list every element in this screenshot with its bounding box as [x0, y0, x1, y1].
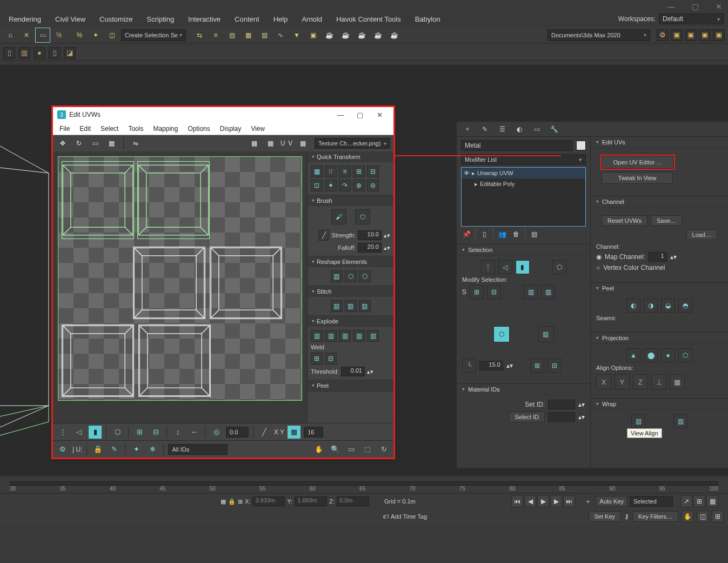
autokey-button[interactable]: Auto Key: [596, 496, 627, 507]
select-id-value[interactable]: [548, 412, 575, 422]
t2-1-icon[interactable]: ▯: [3, 47, 15, 59]
menu-content[interactable]: Content: [235, 15, 259, 23]
subobj-vertex-icon[interactable]: ⋮: [56, 426, 69, 439]
subobj-edge-icon[interactable]: ◁: [72, 426, 85, 439]
panel-material-ids[interactable]: Material IDs: [457, 384, 590, 395]
teapot1-icon[interactable]: ☕: [322, 28, 336, 42]
percent-icon[interactable]: %: [72, 28, 86, 42]
uvw-menu-tools[interactable]: Tools: [124, 125, 148, 133]
ids-dropdown[interactable]: All IDs: [168, 444, 228, 455]
wrap1-icon[interactable]: ▥: [631, 414, 645, 428]
goto-end-icon[interactable]: ⏭: [563, 495, 575, 507]
timeline[interactable]: 3035404550556065707580859095100: [0, 478, 728, 492]
move-icon[interactable]: ✥: [56, 137, 69, 150]
uvw-menu-select[interactable]: Select: [96, 125, 123, 133]
make-unique-icon[interactable]: 👥: [497, 229, 507, 240]
brush2-icon[interactable]: ✎: [108, 443, 121, 456]
config-icon[interactable]: ▤: [529, 229, 539, 240]
soft-value[interactable]: 0.0: [226, 427, 249, 438]
tab-hierarchy-icon[interactable]: ☰: [496, 123, 509, 136]
y-value[interactable]: 1.669m: [295, 496, 327, 506]
expand1-icon[interactable]: ⊞: [530, 359, 544, 373]
snap2-icon[interactable]: ❄: [146, 443, 159, 456]
qt10-icon[interactable]: ⊖: [367, 180, 379, 191]
roll-explode[interactable]: Explode: [308, 316, 393, 327]
ring-icon[interactable]: ↔: [188, 426, 201, 439]
vertex-color-label[interactable]: Vertex Color Channel: [603, 264, 665, 271]
map-channel-label[interactable]: Map Channel:: [605, 253, 645, 261]
ex5-icon[interactable]: ▥: [367, 330, 379, 342]
brush-icon[interactable]: ╱: [258, 426, 271, 439]
menu-customize[interactable]: Customize: [99, 15, 132, 23]
weld2-icon[interactable]: ⊟: [325, 353, 337, 365]
panel-channel[interactable]: Channel: [591, 196, 728, 208]
grid-icon[interactable]: ▦: [288, 426, 300, 439]
re3-icon[interactable]: ⬡: [359, 270, 371, 282]
layers-icon[interactable]: ▤: [225, 28, 239, 42]
menu-interactive[interactable]: Interactive: [188, 15, 221, 23]
proj-cyl-icon[interactable]: ⬤: [644, 348, 658, 362]
axis-icon[interactable]: ✦: [89, 28, 103, 42]
uvw-close-icon[interactable]: ✕: [370, 111, 389, 119]
folder4-icon[interactable]: ▣: [713, 29, 725, 41]
win-max-icon[interactable]: ▢: [689, 2, 701, 11]
sel-planar-icon[interactable]: ▥: [538, 326, 554, 342]
uvw-menu-display[interactable]: Display: [216, 125, 245, 133]
menu-arnold[interactable]: Arnold: [302, 15, 322, 23]
panel-edit-uvs[interactable]: Edit UVs: [591, 137, 728, 148]
ms3-icon[interactable]: ▥: [524, 285, 538, 299]
uvw-menu-edit[interactable]: Edit: [75, 125, 95, 133]
ms4-icon[interactable]: ▥: [541, 285, 555, 299]
keymode-dropdown[interactable]: Selected: [630, 496, 673, 507]
uvw-menu-options[interactable]: Options: [183, 125, 214, 133]
roll-stitch[interactable]: Stitch: [308, 286, 393, 297]
qt9-icon[interactable]: ⊕: [353, 180, 365, 191]
zoom-extents-icon[interactable]: ⬚: [361, 443, 374, 456]
refresh-icon[interactable]: ↻: [377, 443, 390, 456]
prev-frame-icon[interactable]: ◀: [524, 495, 536, 507]
qt2-icon[interactable]: ⁝⁝: [325, 165, 337, 177]
angle-icon[interactable]: └: [462, 359, 476, 373]
soft-icon[interactable]: ◎: [210, 426, 223, 439]
folder2-icon[interactable]: ▣: [685, 29, 697, 41]
set-id-value[interactable]: [548, 400, 575, 409]
folder1-icon[interactable]: ▣: [671, 29, 683, 41]
sel-element-icon[interactable]: ⬡: [493, 326, 510, 342]
goto-start-icon[interactable]: ⏮: [511, 495, 523, 507]
map-channel-value[interactable]: 1: [649, 252, 667, 262]
panel-projection[interactable]: Projection: [591, 333, 728, 344]
uvw-view[interactable]: [53, 151, 307, 423]
save-uvws-button[interactable]: Save…: [651, 215, 682, 226]
loop-icon[interactable]: ↕: [171, 426, 184, 439]
sel-vertex-icon[interactable]: ⋮: [481, 260, 495, 274]
stack-editable-poly[interactable]: Editable Poly: [480, 181, 515, 187]
teapot5-icon[interactable]: ☕: [387, 28, 401, 42]
align-y-button[interactable]: Y: [615, 374, 630, 389]
roll-quick-transform[interactable]: Quick Transform: [308, 151, 393, 162]
checker1-icon[interactable]: ▩: [248, 137, 261, 150]
material-icon[interactable]: ▧: [257, 28, 271, 42]
pin-icon[interactable]: 📌: [461, 229, 472, 240]
shrink-icon[interactable]: ⊟: [149, 426, 162, 439]
nav2-icon[interactable]: ⊞: [693, 495, 705, 507]
grid-size[interactable]: 16: [304, 427, 323, 438]
st3-icon[interactable]: ▥: [359, 300, 371, 312]
sel-edge-icon[interactable]: ◁: [498, 260, 512, 274]
setkey-button[interactable]: Set Key: [589, 511, 622, 522]
peel1-icon[interactable]: ◐: [626, 299, 640, 313]
align-x-button[interactable]: X: [596, 374, 611, 389]
render-frame-icon[interactable]: ▣: [306, 28, 320, 42]
unlink-icon[interactable]: ✕: [19, 28, 34, 42]
proj-sphere-icon[interactable]: ●: [661, 348, 675, 362]
gear-icon[interactable]: ⚙: [657, 29, 669, 41]
nav3-icon[interactable]: ▦: [706, 495, 718, 507]
roll-brush[interactable]: Brush: [308, 195, 393, 206]
mirror-icon[interactable]: ⇆: [192, 28, 206, 42]
tab-motion-icon[interactable]: ◐: [513, 123, 526, 136]
link-icon[interactable]: ⎌: [3, 28, 17, 42]
x-value[interactable]: 3.933m: [252, 496, 285, 506]
subobj-poly-icon[interactable]: ▮: [89, 426, 102, 439]
z-value[interactable]: 0.0m: [337, 496, 369, 506]
ex1-icon[interactable]: ▥: [311, 330, 323, 342]
wrap2-icon[interactable]: ▥: [673, 414, 687, 428]
